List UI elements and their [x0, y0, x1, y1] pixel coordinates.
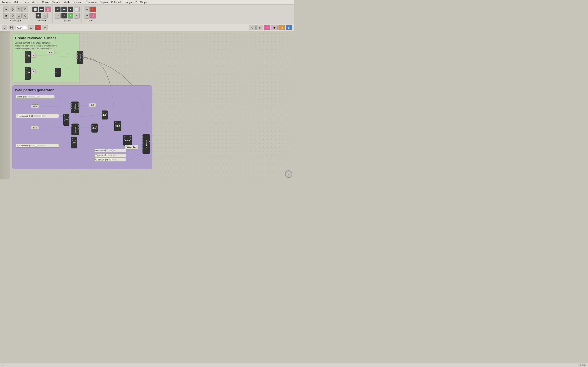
- node-extr2[interactable]: B D Extr E: [91, 124, 98, 133]
- tb-input-1[interactable]: ▼: [55, 7, 61, 12]
- node-pt2[interactable]: C C C Pt: [25, 67, 31, 80]
- node-pt2b[interactable]: Pt: [31, 69, 36, 74]
- node-xcomp[interactable]: X component 15: [16, 114, 59, 118]
- menu-display[interactable]: Display: [100, 1, 108, 4]
- vb-right-1[interactable]: ⬡: [249, 25, 256, 30]
- udomain-slider-thumb[interactable]: [112, 150, 113, 151]
- count-diamond: [22, 96, 25, 98]
- canvas[interactable]: Create revolved surface Edit this curve …: [0, 31, 294, 179]
- udomain-slider-track[interactable]: [108, 150, 116, 151]
- tb-geometry-7[interactable]: ⬡: [16, 13, 22, 18]
- node-arrlinear[interactable]: ArrLinear: [71, 101, 79, 113]
- node-unionbox[interactable]: Union Box: [125, 145, 138, 149]
- group-revolved-surface: Create revolved surface Edit this curve …: [12, 33, 80, 82]
- tb-input-7[interactable]: ■: [68, 13, 73, 18]
- tb-geometry-3[interactable]: ⬡: [16, 7, 22, 12]
- menu-kangaroo2[interactable]: Kangaroo2: [125, 1, 137, 4]
- menu-curve[interactable]: Curve: [42, 1, 49, 4]
- vdomain-slider-thumb[interactable]: [112, 154, 113, 156]
- vb-zoom[interactable]: 90% ▾: [16, 26, 27, 29]
- vb-new[interactable]: 🗋: [2, 25, 7, 30]
- menu-mesh[interactable]: Mesh: [63, 1, 69, 4]
- node-srf1[interactable]: Srf: [89, 103, 96, 107]
- tb-util-2[interactable]: 🍎: [90, 7, 96, 12]
- menu-vector[interactable]: Vector: [32, 1, 39, 4]
- tb-util-1[interactable]: →: [84, 7, 90, 12]
- tb-util-3[interactable]: ⇒: [84, 13, 90, 18]
- tb-input-2[interactable]: ▬: [61, 7, 67, 12]
- tb-input-5[interactable]: →: [55, 13, 61, 18]
- node-ln[interactable]: A B L: [55, 68, 61, 77]
- node-pt1b[interactable]: Pt: [31, 53, 36, 58]
- toolbar-group-util: → 🍎 ⇒ ⚗ Util ▾: [82, 5, 98, 23]
- tb-geometry-2[interactable]: ◎: [9, 7, 15, 12]
- node-pt1[interactable]: C C C Pt: [25, 51, 31, 63]
- menu-clipper[interactable]: Clipper: [140, 1, 148, 4]
- tb-geometry-8[interactable]: ⬡: [22, 13, 28, 18]
- node-bbox[interactable]: C P BBox B B: [123, 135, 132, 146]
- wdomain-diamond: [104, 159, 107, 161]
- vb-right-5[interactable]: ◑: [278, 25, 285, 30]
- node-revsrf[interactable]: RevSrf: [77, 51, 83, 64]
- node-wdomain[interactable]: W Domain 1: [94, 158, 126, 162]
- menu-pufferfish[interactable]: Pufferfish: [111, 1, 121, 4]
- vb-preview[interactable]: 👁: [35, 25, 41, 30]
- count-slider-track[interactable]: [27, 96, 40, 98]
- zcomp-slider-thumb[interactable]: [35, 145, 37, 147]
- udomain-diamond: [104, 149, 106, 151]
- node-vec1[interactable]: X Y Z Vec V L: [63, 114, 69, 125]
- node-geo1[interactable]: Geo: [31, 104, 39, 108]
- menu-transform[interactable]: Transform: [86, 1, 96, 4]
- vdomain-slider-track[interactable]: [108, 155, 116, 156]
- node-extr1[interactable]: B D Extr E: [102, 110, 108, 119]
- menu-sets[interactable]: Sets: [24, 1, 29, 4]
- tb-input-6[interactable]: ▪: [61, 13, 67, 18]
- xcomp-slider-thumb[interactable]: [41, 115, 43, 117]
- tb-geometry-5[interactable]: ◉: [3, 13, 9, 18]
- tb-input-4[interactable]: ⬜: [74, 7, 80, 12]
- tb-geometry-4[interactable]: ⬡: [22, 7, 28, 12]
- wdomain-slider-track[interactable]: [109, 159, 117, 160]
- menu-intersect[interactable]: Intersect: [73, 1, 82, 4]
- menu-maths[interactable]: Maths: [14, 1, 20, 4]
- tb-primitive-5[interactable]: A: [42, 13, 48, 18]
- vb-fit[interactable]: ⊡: [28, 25, 34, 30]
- tb-primitive-3[interactable]: ▤: [45, 7, 51, 12]
- revolved-surface-subtitle: Edit this curve to fit the water contain…: [15, 42, 77, 50]
- tb-primitive-2[interactable]: ▬: [39, 7, 44, 12]
- zcomp-slider-track[interactable]: [33, 145, 45, 146]
- tb-util-4[interactable]: ⚗: [90, 13, 96, 18]
- vb-right-3[interactable]: ●: [264, 25, 270, 30]
- node-crv[interactable]: Crv: [47, 51, 55, 54]
- vb-right-2[interactable]: ◈: [256, 25, 263, 30]
- node-count[interactable]: Count 15: [16, 95, 55, 99]
- tb-input-8[interactable]: ≡: [74, 13, 80, 18]
- tb-input-3[interactable]: ▪: [68, 7, 73, 12]
- vb-save[interactable]: 💾: [9, 25, 14, 30]
- zcomp-diamond: [28, 145, 31, 147]
- node-vdomain[interactable]: V Domain 1: [94, 153, 126, 157]
- wdomain-slider-thumb[interactable]: [110, 159, 112, 161]
- node-sdiff[interactable]: A B SDiff R: [114, 121, 121, 131]
- node-udomain[interactable]: U Domain 1: [94, 149, 126, 152]
- vb-right-buttons: ⬡ ◈ ● ◉ ◑ ◐: [249, 25, 292, 30]
- node-srfmorph[interactable]: SrfMorph: [143, 134, 150, 154]
- vb-draw[interactable]: ✏: [42, 25, 48, 30]
- vb-right-6[interactable]: ◐: [286, 25, 292, 30]
- count-slider-thumb[interactable]: [35, 96, 37, 98]
- tb-geometry-1[interactable]: ●: [3, 7, 9, 12]
- node-geo2[interactable]: Geo: [31, 126, 39, 130]
- menu-params[interactable]: Params: [2, 1, 10, 4]
- menubar: Params Maths Sets Vector Curve Surface M…: [0, 0, 294, 4]
- tb-geometry-6[interactable]: ⬡: [9, 13, 15, 18]
- node-vec2[interactable]: X Y Z Vec V: [71, 137, 77, 149]
- node-boundary[interactable]: Boundary: [71, 124, 79, 135]
- left-panel: [0, 31, 10, 179]
- revolved-surface-title: Create revolved surface: [15, 36, 77, 40]
- menu-surface[interactable]: Surface: [52, 1, 60, 4]
- vb-right-4[interactable]: ◉: [271, 25, 278, 30]
- xcomp-slider-track[interactable]: [34, 115, 46, 117]
- tb-primitive-4[interactable]: ⑦: [35, 13, 41, 18]
- tb-primitive-1[interactable]: ⬜: [32, 7, 38, 12]
- node-zcomp[interactable]: Z component 1: [16, 144, 59, 148]
